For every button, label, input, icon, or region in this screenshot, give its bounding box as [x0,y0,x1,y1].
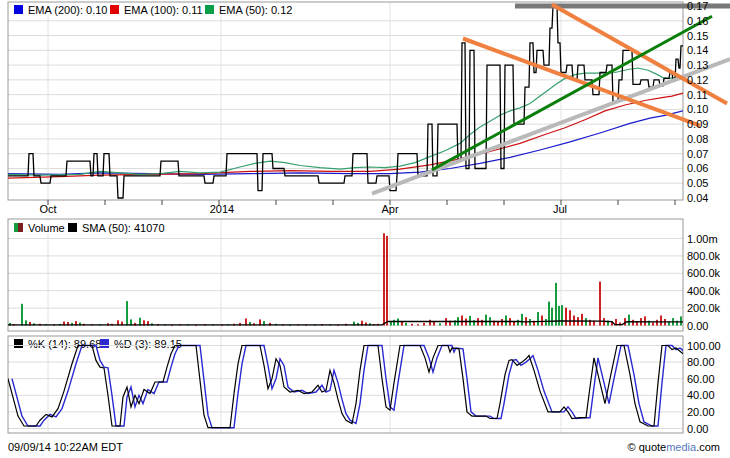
legend-swatch-icon [205,5,214,14]
volume-bar [263,321,265,325]
volume-bar [117,320,119,325]
legend-item: EMA (100): 0.11 [110,3,206,16]
y-axis-tick-label: 0.07 [687,148,708,160]
volume-bar [417,324,419,325]
y-axis-tick-label: 0.11 [687,89,708,101]
volume-bar [79,323,81,326]
legend-item: %D (3): 89.15 [100,337,182,350]
volume-bar [147,321,149,325]
volume-bar [53,325,55,326]
volume-bar [75,321,77,325]
volume-bar [525,317,527,325]
x-axis-date-label: Oct [26,203,70,215]
volume-bar [589,320,591,326]
y-axis-tick-label: 0.05 [687,177,708,189]
volume-bar [405,323,407,326]
volume-bar [393,320,395,326]
legend-item: EMA (200): 0.10 [14,3,111,16]
volume-bar [33,323,35,325]
volume-bar [329,325,331,326]
volume-bar [429,320,431,326]
volume-bar [652,323,654,326]
legend-item: EMA (50): 0.12 [205,3,295,16]
volume-bar [107,323,109,325]
volume-bar [624,318,626,325]
percent-k-line [8,346,683,428]
volume-bar [233,324,235,326]
legend-item: Volume [14,221,68,234]
volume-bar [361,321,363,326]
volume-bar [369,323,371,325]
y-axis-tick-label: 400.0k [687,285,720,297]
x-axis-date-label: 2014 [200,203,244,215]
volume-bar [59,324,61,326]
volume-bar [465,319,467,326]
volume-bar [648,321,650,326]
volume-bar [221,325,223,326]
y-axis-tick-label: 1.00m [687,233,718,245]
volume-bar [121,322,123,326]
quotemedia-credit: © quotemedia.com [627,441,720,453]
volume-bar [423,323,425,326]
volume-bar [660,316,662,326]
volume-bar [493,321,495,326]
volume-bar [644,316,646,325]
volume-bar [485,315,487,326]
y-axis-tick-label: 60.00 [687,373,715,385]
volume-bar [529,319,531,326]
y-axis-tick-label: 100.00 [687,340,721,352]
volume-bar [195,325,197,326]
volume-bar [545,319,547,326]
ema50-line [8,68,683,175]
volume-bar [151,323,153,325]
percent-d-line [12,346,687,428]
y-axis-tick-label: 0.15 [687,30,708,42]
volume-bar [449,321,451,326]
volume-bar [551,308,553,326]
volume-bar [577,317,579,325]
volume-bar [656,320,658,326]
volume-bar [249,322,251,326]
volume-bar [157,324,159,325]
volume-bar [397,319,399,326]
y-axis-tick-label: 0.04 [687,192,708,204]
volume-bar [593,321,595,326]
volume-bar [164,325,166,326]
volume-bar [345,324,347,326]
volume-legend: VolumeSMA (50): 41070 [0,221,683,235]
volume-bar [505,316,507,326]
trendline-green-uptrend [432,16,712,170]
volume-bar [537,312,539,326]
trendline-gray-support [372,59,730,193]
legend-label: %D (3): 89.15 [114,338,182,350]
y-axis-tick-label: 0.06 [687,162,708,174]
panel-border [8,219,683,331]
volume-bar [99,325,101,326]
sma-line [8,321,683,325]
y-axis-tick-label: 0.10 [687,103,708,115]
stock-chart: EMA (200): 0.10EMA (100): 0.11EMA (50): … [0,0,730,458]
volume-bar [314,325,316,326]
volume-bar [357,323,359,326]
credit-prefix: © quote [627,441,666,453]
volume-bar [469,316,471,326]
volume-bar [269,323,271,326]
volume-bar [497,322,499,326]
volume-bar [337,325,339,326]
ema200-line [8,111,683,174]
volume-bar [353,322,355,326]
legend-label: EMA (50): 0.12 [219,4,292,16]
volume-bar [461,316,463,326]
volume-bar [585,318,587,325]
volume-bar [212,325,214,326]
volume-bar [457,317,459,325]
y-axis-tick-label: 200.0k [687,302,720,314]
legend-label: EMA (100): 0.11 [124,4,203,16]
volume-bar [143,320,145,325]
volume-bar [275,324,277,326]
volume-bar [253,323,255,325]
legend-label: EMA (200): 0.10 [28,4,108,16]
volume-bar [640,318,642,325]
volume-bar [204,324,206,325]
volume-bar [615,319,617,326]
